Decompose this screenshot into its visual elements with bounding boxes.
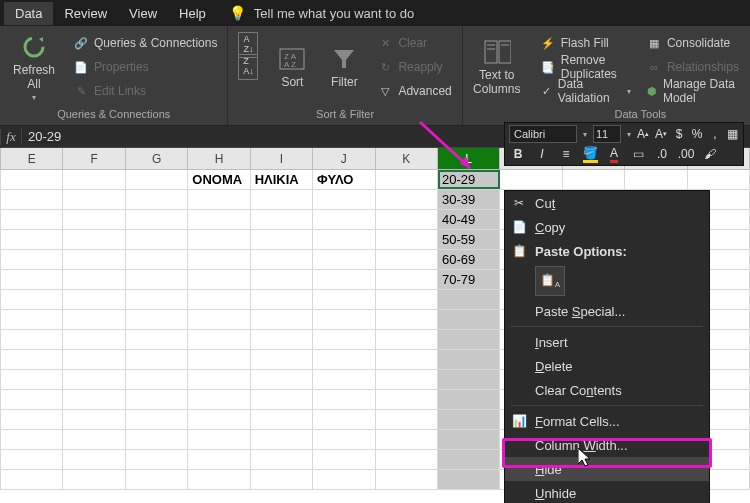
cell[interactable]: [63, 390, 125, 409]
cell[interactable]: [63, 270, 125, 289]
currency-icon[interactable]: $: [673, 125, 685, 143]
cell[interactable]: [376, 370, 438, 389]
mini-font-size[interactable]: [593, 125, 621, 143]
cell[interactable]: [438, 450, 500, 469]
chevron-down-icon[interactable]: ▾: [583, 130, 587, 139]
cell[interactable]: [313, 210, 375, 229]
cell[interactable]: [63, 430, 125, 449]
filter-button[interactable]: Filter: [322, 28, 366, 106]
cell[interactable]: ΗΛΙΚΙΑ: [251, 170, 313, 189]
cell[interactable]: [376, 430, 438, 449]
cell[interactable]: [188, 250, 250, 269]
tab-data[interactable]: Data: [4, 2, 53, 25]
cell[interactable]: [376, 470, 438, 489]
cell[interactable]: [376, 450, 438, 469]
cell[interactable]: [313, 310, 375, 329]
increase-decimal-icon[interactable]: .00: [677, 145, 695, 163]
cell[interactable]: [313, 370, 375, 389]
cell[interactable]: [376, 290, 438, 309]
cell[interactable]: [126, 230, 188, 249]
cell[interactable]: ΦΥΛΟ: [313, 170, 375, 189]
cell[interactable]: [251, 290, 313, 309]
cell[interactable]: [126, 330, 188, 349]
font-color-icon[interactable]: A: [605, 145, 623, 163]
cell[interactable]: [63, 350, 125, 369]
cell[interactable]: [63, 250, 125, 269]
italic-icon[interactable]: I: [533, 145, 551, 163]
tell-me-search[interactable]: Tell me what you want to do: [254, 6, 414, 21]
cell[interactable]: [126, 390, 188, 409]
increase-font-icon[interactable]: A▴: [637, 125, 649, 143]
cell[interactable]: [126, 270, 188, 289]
chevron-down-icon[interactable]: ▾: [627, 130, 631, 139]
cell[interactable]: [1, 430, 63, 449]
cell[interactable]: [376, 350, 438, 369]
menu-copy[interactable]: 📄 Copy: [505, 215, 709, 239]
cell[interactable]: [313, 410, 375, 429]
cell[interactable]: [438, 370, 500, 389]
sort-za-button[interactable]: ZA↓: [234, 56, 262, 78]
format-painter-icon[interactable]: 🖌: [701, 145, 719, 163]
comma-icon[interactable]: ,: [709, 125, 721, 143]
bold-icon[interactable]: B: [509, 145, 527, 163]
cell[interactable]: [376, 330, 438, 349]
cell[interactable]: [126, 370, 188, 389]
cell[interactable]: [1, 330, 63, 349]
cell[interactable]: [376, 190, 438, 209]
cell[interactable]: [251, 350, 313, 369]
cell[interactable]: [188, 390, 250, 409]
mini-font-name[interactable]: [509, 125, 577, 143]
cell[interactable]: [251, 330, 313, 349]
cell[interactable]: [251, 430, 313, 449]
menu-clear-contents[interactable]: Clear Contents: [505, 378, 709, 402]
cell[interactable]: [251, 450, 313, 469]
cell[interactable]: [126, 210, 188, 229]
decrease-decimal-icon[interactable]: .0: [653, 145, 671, 163]
cell[interactable]: [313, 350, 375, 369]
col-l-selected[interactable]: L: [438, 148, 500, 169]
remove-duplicates-button[interactable]: 📑 Remove Duplicates: [537, 56, 635, 78]
cell[interactable]: [1, 470, 63, 489]
consolidate-button[interactable]: ▦ Consolidate: [643, 32, 744, 54]
tab-view[interactable]: View: [118, 2, 168, 25]
cell[interactable]: [1, 250, 63, 269]
cell[interactable]: [376, 310, 438, 329]
cell[interactable]: [1, 450, 63, 469]
tab-help[interactable]: Help: [168, 2, 217, 25]
manage-data-model-button[interactable]: ⬢ Manage Data Model: [643, 80, 744, 102]
cell[interactable]: [376, 250, 438, 269]
cell[interactable]: 60-69: [438, 250, 500, 269]
text-to-columns-button[interactable]: Text to Columns: [469, 28, 525, 106]
cell[interactable]: [188, 430, 250, 449]
cell[interactable]: [438, 310, 500, 329]
cell[interactable]: [438, 390, 500, 409]
cell[interactable]: [188, 410, 250, 429]
cell[interactable]: [126, 470, 188, 489]
cell[interactable]: [251, 190, 313, 209]
cell[interactable]: [126, 450, 188, 469]
cell[interactable]: [313, 250, 375, 269]
menu-paste-special[interactable]: Paste Special...: [505, 299, 709, 323]
col-g[interactable]: G: [126, 148, 188, 169]
cell[interactable]: [251, 390, 313, 409]
cell[interactable]: [188, 310, 250, 329]
cell[interactable]: [63, 210, 125, 229]
cell[interactable]: [251, 310, 313, 329]
col-h[interactable]: H: [188, 148, 250, 169]
cell[interactable]: [1, 230, 63, 249]
formula-value[interactable]: 20-29: [22, 129, 61, 144]
cell[interactable]: [188, 350, 250, 369]
cell[interactable]: 20-29: [438, 170, 500, 189]
cell[interactable]: [313, 270, 375, 289]
menu-unhide[interactable]: Unhide: [505, 481, 709, 503]
cell[interactable]: [63, 310, 125, 329]
cell[interactable]: [126, 190, 188, 209]
cell[interactable]: [376, 410, 438, 429]
cell[interactable]: [188, 210, 250, 229]
cell[interactable]: [188, 270, 250, 289]
cell[interactable]: [1, 290, 63, 309]
cell[interactable]: [625, 170, 687, 189]
paste-option-default[interactable]: 📋A: [535, 266, 565, 296]
cell[interactable]: [376, 270, 438, 289]
cell[interactable]: [63, 450, 125, 469]
